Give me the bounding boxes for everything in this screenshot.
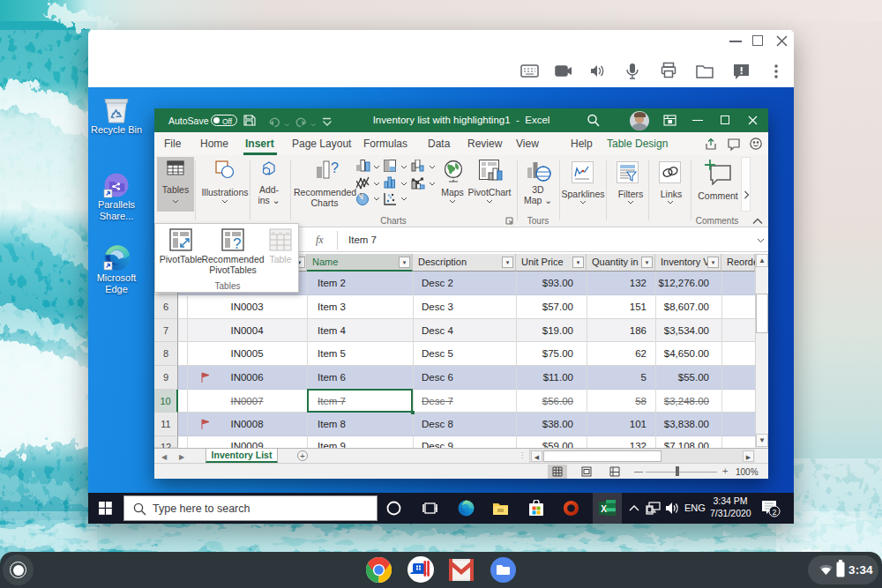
svg-text:2: 2: [772, 508, 776, 517]
svg-text:?: ?: [233, 235, 241, 251]
svg-text:?: ?: [331, 160, 339, 175]
svg-text:X: X: [601, 504, 607, 514]
